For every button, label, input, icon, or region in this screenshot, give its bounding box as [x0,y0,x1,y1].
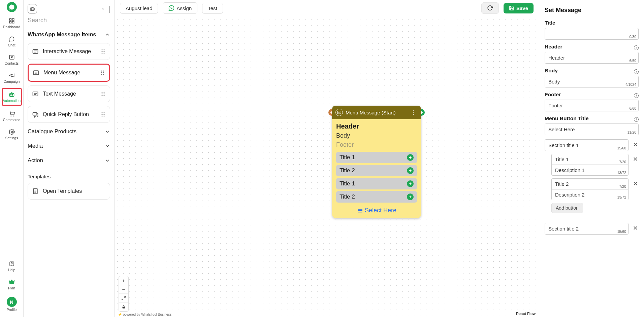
svg-point-33 [103,72,104,73]
node-header[interactable]: Menu Message (Start) ⋮ [332,106,421,119]
test-button[interactable]: Test [202,3,223,14]
automation-icon [8,91,15,98]
section-action-head[interactable]: Action [24,153,114,168]
item-label: Menu Message [43,70,96,76]
item-label: Interactive Message [43,48,97,55]
nav-campaign[interactable]: Campaign [2,70,22,85]
node-menu-message[interactable]: + + Menu Message (Start) ⋮ Header Body F… [332,106,421,218]
remove-section-icon[interactable]: ✕ [632,225,639,232]
remove-item-icon[interactable]: ✕ [632,156,639,163]
section-media-head[interactable]: Media [24,139,114,153]
add-button[interactable]: Add button [551,203,583,213]
node-option-row[interactable]: Title 2+ [336,191,417,203]
svg-rect-36 [33,92,38,96]
node-option-row[interactable]: Title 1+ [336,152,417,163]
item-label: Text Message [43,91,97,97]
info-icon[interactable]: i [634,93,639,98]
commerce-icon [8,110,15,117]
body-input[interactable] [545,76,638,87]
svg-point-32 [101,72,102,73]
refresh-button[interactable] [481,2,499,14]
info-icon[interactable]: i [634,117,639,122]
svg-point-39 [102,92,103,93]
nav-profile[interactable]: N Profile [2,295,22,314]
drag-handle-icon[interactable] [101,92,106,96]
app-logo[interactable] [7,2,17,12]
node-menu-icon[interactable]: ⋮ [409,109,418,116]
section2-title-input[interactable] [545,223,628,234]
nav-label: Profile [7,308,17,312]
item-quick-reply[interactable]: Quick Reply Button [28,106,110,123]
nav-settings[interactable]: Settings [2,127,22,142]
template-icon [32,188,39,195]
avatar: N [7,297,17,307]
node-option-row[interactable]: Title 1+ [336,178,417,189]
svg-rect-15 [30,8,34,10]
section-whatsapp-head[interactable]: WhatsApp Message Items [24,27,114,42]
properties-panel: Set Message Title 0/30 Headeri 6/60 Body… [539,0,644,317]
reactflow-label: React Flow [516,312,536,316]
item-title-input[interactable] [552,154,628,165]
fit-view-button[interactable] [119,294,128,303]
info-icon[interactable]: i [634,69,639,74]
info-icon[interactable]: i [634,45,639,50]
svg-point-51 [104,116,105,117]
item-menu-message[interactable]: Menu Message [28,64,110,82]
header-input[interactable] [545,52,638,63]
canvas-area: August lead Assign Test Save + + Menu Me… [115,0,539,317]
assign-button[interactable]: Assign [163,2,197,14]
drag-handle-icon[interactable] [101,112,106,117]
remove-section-icon[interactable]: ✕ [632,141,639,148]
nav-chat[interactable]: Chat [2,34,22,49]
row-add-icon[interactable]: + [407,180,414,187]
item-desc-input[interactable] [552,165,628,175]
dashboard-icon [8,17,15,24]
node-select-button[interactable]: Select Here [336,204,417,214]
row-add-icon[interactable]: + [407,167,414,174]
help-icon [8,260,15,267]
section-title: WhatsApp Message Items [28,31,96,38]
nav-automation[interactable]: Automation [2,88,22,106]
remove-item-icon[interactable]: ✕ [632,180,639,187]
field-label: Body [545,68,558,74]
char-count: 6/60 [630,59,636,63]
zoom-in-button[interactable]: + [119,276,128,285]
title-input[interactable] [545,28,638,39]
svg-rect-45 [33,112,37,115]
section-title: Action [28,157,43,164]
node-option-row[interactable]: Title 2+ [336,165,417,176]
nav-contacts[interactable]: Contacts [2,52,22,67]
nav-plan[interactable]: Plan [2,277,22,292]
item-title-input[interactable] [552,179,628,189]
save-button[interactable]: Save [504,3,534,13]
lock-button[interactable] [119,303,128,311]
item-text-message[interactable]: Text Message [28,85,110,102]
search-input[interactable] [28,17,110,24]
nav-help[interactable]: Help [2,258,22,274]
flow-canvas[interactable]: + + Menu Message (Start) ⋮ Header Body F… [115,16,539,317]
row-add-icon[interactable]: + [407,193,414,200]
item-desc-input[interactable] [552,189,628,200]
footer-input[interactable] [545,100,638,111]
nav-label: Help [8,268,15,272]
section-catalogue-head[interactable]: Catalogue Products [24,124,114,139]
nav-dashboard[interactable]: Dashboard [2,15,22,31]
zoom-out-button[interactable]: − [119,285,128,294]
item-interactive-message[interactable]: Interactive Message [28,43,110,60]
menubtn-input[interactable] [545,124,638,135]
svg-rect-1 [12,19,14,20]
drag-handle-icon[interactable] [100,70,105,75]
flow-name-button[interactable]: August lead [120,3,158,14]
bot-icon[interactable] [28,4,37,13]
drag-handle-icon[interactable] [101,49,106,54]
nav-label: Chat [8,43,15,47]
nav-commerce[interactable]: Commerce [2,108,22,124]
field-label: Title [545,20,639,26]
sidebar: ←| WhatsApp Message Items Interactive Me… [24,0,115,317]
open-templates-button[interactable]: Open Templates [28,183,110,200]
char-count: 0/30 [630,35,636,39]
row-add-icon[interactable]: + [407,154,414,161]
section1-title-input[interactable] [545,140,628,151]
back-icon[interactable]: ←| [101,4,110,13]
svg-point-49 [104,114,105,115]
